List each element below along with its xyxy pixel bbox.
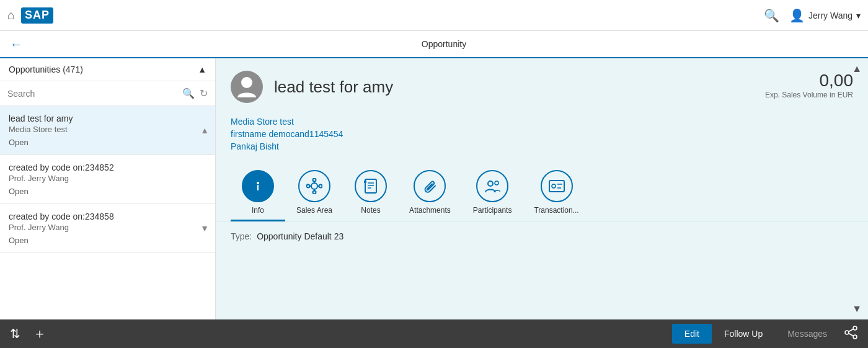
- user-avatar-icon: 👤: [789, 8, 805, 23]
- transaction-icon: [541, 170, 573, 202]
- toolbar-left: ⇅ ＋: [10, 324, 46, 343]
- tab-notes-label: Notes: [361, 206, 380, 215]
- home-icon[interactable]: ⌂: [7, 8, 15, 22]
- sidebar-item-0[interactable]: lead test for amy Media Store test Open …: [0, 106, 215, 155]
- main-layout: Opportunities (471) ▲ 🔍 ↻ lead test for …: [0, 58, 868, 319]
- top-header: ⌂ SAP 🔍 👤 Jerry Wang ▾: [0, 0, 868, 31]
- sidebar-list: lead test for amy Media Store test Open …: [0, 106, 215, 319]
- sidebar-item-sub-2: Prof. Jerry Wang: [9, 223, 206, 232]
- user-area[interactable]: 👤 Jerry Wang ▾: [789, 8, 861, 23]
- sidebar: Opportunities (471) ▲ 🔍 ↻ lead test for …: [0, 58, 216, 319]
- svg-point-3: [311, 183, 317, 189]
- participants-icon: [476, 170, 508, 202]
- sap-logo-text: SAP: [25, 9, 50, 22]
- chevron-down-icon-2: ▼: [200, 223, 209, 233]
- follow-up-button[interactable]: Follow Up: [712, 324, 775, 344]
- search-icon[interactable]: 🔍: [182, 87, 195, 99]
- avatar: [231, 71, 263, 103]
- opportunity-title: lead test for amy: [274, 78, 393, 97]
- type-value: Opportunity Default 23: [257, 231, 343, 241]
- sidebar-header: Opportunities (471) ▲: [0, 58, 215, 81]
- svg-point-25: [845, 331, 849, 334]
- opp-link-3[interactable]: Pankaj Bisht: [231, 141, 853, 151]
- back-button[interactable]: ←: [10, 37, 22, 51]
- svg-rect-12: [365, 179, 376, 193]
- bottom-toolbar: ⇅ ＋ Edit Follow Up Messages: [0, 319, 868, 348]
- opp-amount: 0,00: [765, 71, 853, 91]
- svg-point-20: [552, 184, 556, 188]
- svg-point-17: [488, 181, 493, 186]
- svg-point-18: [495, 181, 498, 185]
- svg-point-24: [853, 335, 857, 339]
- sales-area-icon: [298, 170, 330, 202]
- info-icon: [242, 170, 274, 202]
- notes-icon: [355, 170, 387, 202]
- nav-title: Opportunity: [30, 39, 858, 49]
- tab-attachments[interactable]: Attachments: [398, 165, 462, 221]
- svg-point-5: [313, 191, 316, 194]
- attachments-icon: [414, 170, 446, 202]
- tab-notes[interactable]: Notes: [343, 165, 398, 221]
- tab-participants[interactable]: Participants: [462, 165, 523, 221]
- add-icon[interactable]: ＋: [33, 324, 46, 343]
- header-right: 🔍 👤 Jerry Wang ▾: [764, 8, 861, 23]
- opp-header-right: 0,00 Exp. Sales Volume in EUR: [765, 71, 853, 99]
- svg-line-26: [849, 329, 853, 331]
- share-icon[interactable]: [844, 326, 858, 342]
- svg-line-27: [849, 333, 853, 336]
- tab-participants-label: Participants: [473, 206, 512, 215]
- sidebar-item-badge-2: Open: [9, 236, 206, 245]
- nav-bar: ← Opportunity: [0, 31, 868, 58]
- tab-transaction-label: Transaction...: [534, 206, 578, 215]
- scroll-up-icon[interactable]: ▲: [852, 63, 862, 74]
- scroll-down-icon[interactable]: ▼: [852, 303, 862, 315]
- toolbar-right: Edit Follow Up Messages: [672, 324, 858, 344]
- opp-links: Media Store test firstname democand11454…: [216, 112, 868, 159]
- user-name: Jerry Wang: [808, 11, 852, 20]
- edit-button[interactable]: Edit: [672, 324, 712, 344]
- sidebar-item-title-0: lead test for amy: [9, 114, 206, 123]
- tab-attachments-label: Attachments: [409, 206, 451, 215]
- svg-point-23: [853, 326, 857, 330]
- refresh-icon[interactable]: ↻: [200, 87, 208, 99]
- svg-point-6: [307, 185, 310, 188]
- content-main: Type: Opportunity Default 23: [216, 221, 868, 319]
- header-left: ⌂ SAP: [7, 7, 53, 24]
- svg-point-1: [257, 182, 259, 184]
- opp-link-1[interactable]: Media Store test: [231, 117, 853, 127]
- sidebar-item-badge-1: Open: [9, 187, 206, 196]
- sidebar-collapse-icon[interactable]: ▲: [198, 65, 206, 74]
- svg-rect-16: [364, 181, 366, 183]
- svg-point-0: [241, 77, 252, 88]
- sidebar-item-2[interactable]: created by code on:234858 Prof. Jerry Wa…: [0, 204, 215, 253]
- user-chevron-icon: ▾: [856, 11, 861, 20]
- sidebar-item-sub-1: Prof. Jerry Wang: [9, 174, 206, 183]
- chevron-right-icon-0: ▲: [200, 125, 209, 135]
- svg-rect-2: [257, 185, 259, 190]
- svg-point-4: [313, 179, 316, 182]
- content-area: ▲ lead test for amy 0,00 Exp. Sales Volu…: [216, 58, 868, 319]
- opportunity-header: lead test for amy 0,00 Exp. Sales Volume…: [216, 58, 868, 112]
- sidebar-search-bar: 🔍 ↻: [0, 81, 215, 106]
- sap-logo[interactable]: SAP: [21, 7, 53, 24]
- tab-bar: Info Sales Are: [216, 159, 868, 221]
- svg-point-7: [319, 185, 322, 188]
- search-input[interactable]: [7, 89, 177, 99]
- sidebar-item-1[interactable]: created by code on:234852 Prof. Jerry Wa…: [0, 155, 215, 204]
- tab-sales-area-label: Sales Area: [296, 206, 332, 215]
- opp-amount-label: Exp. Sales Volume in EUR: [765, 91, 853, 99]
- tab-info[interactable]: Info: [231, 165, 285, 221]
- messages-button[interactable]: Messages: [775, 324, 839, 344]
- tab-transaction[interactable]: Transaction...: [523, 165, 590, 221]
- sidebar-item-sub-0: Media Store test: [9, 125, 206, 134]
- tab-info-label: Info: [252, 206, 264, 215]
- type-label: Type:: [231, 231, 252, 241]
- sidebar-item-title-2: created by code on:234858: [9, 212, 206, 221]
- sidebar-item-title-1: created by code on:234852: [9, 163, 206, 172]
- sort-icon[interactable]: ⇅: [10, 326, 20, 341]
- opp-header-left: lead test for amy: [231, 71, 393, 103]
- opp-link-2[interactable]: firstname democand1145454: [231, 129, 853, 139]
- sidebar-item-badge-0: Open: [9, 138, 206, 147]
- tab-sales-area[interactable]: Sales Area: [285, 165, 343, 221]
- search-icon[interactable]: 🔍: [764, 8, 779, 23]
